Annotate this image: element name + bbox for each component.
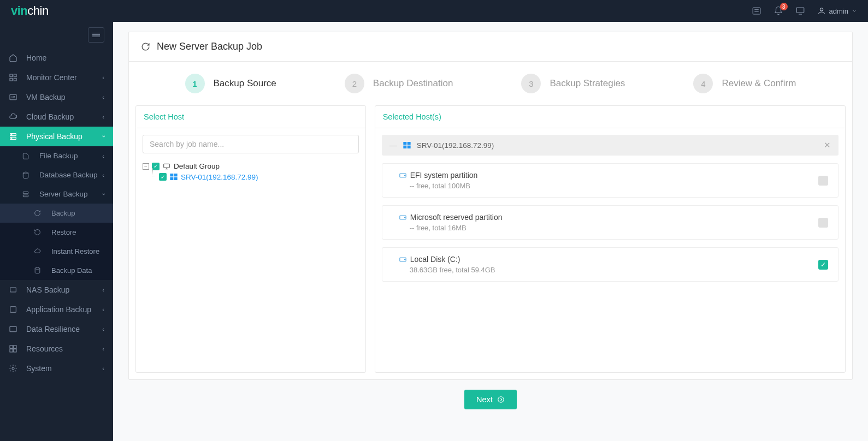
sidebar-item-restore[interactable]: Restore xyxy=(0,223,113,242)
sidebar-item-vm-backup[interactable]: VM VM Backup ‹ xyxy=(0,87,113,107)
wizard-step-3[interactable]: 3 Backup Strategies xyxy=(521,74,625,93)
list-icon[interactable] xyxy=(752,6,761,16)
shield-icon xyxy=(9,325,21,333)
sidebar-item-database-backup[interactable]: Database Backup ‹ xyxy=(0,165,113,184)
selected-hosts-panel: Selected Host(s) — SRV-01(192.168.72.99)… xyxy=(375,105,846,373)
cloud-icon xyxy=(9,112,21,121)
collapse-icon[interactable]: − xyxy=(143,163,149,170)
collapse-dash-icon[interactable]: — xyxy=(389,141,397,150)
svg-rect-22 xyxy=(10,326,16,331)
svg-rect-8 xyxy=(10,78,13,81)
svg-point-44 xyxy=(404,259,405,260)
checkbox-unchecked[interactable] xyxy=(818,176,828,186)
svg-rect-7 xyxy=(14,74,16,77)
sidebar-item-file-backup[interactable]: File Backup ‹ xyxy=(0,146,113,165)
home-icon xyxy=(9,53,21,62)
chevron-left-icon: ‹ xyxy=(102,326,104,332)
svg-rect-37 xyxy=(403,146,406,148)
tree-group-row[interactable]: − ✓ Default Group xyxy=(143,161,359,171)
search-input[interactable] xyxy=(143,135,359,153)
sidebar-item-physical-backup[interactable]: Physical Backup ‹ xyxy=(0,127,113,146)
top-bar: vinchin 3 admin xyxy=(0,0,868,22)
wizard-step-2[interactable]: 2 Backup Destination xyxy=(345,74,453,93)
sidebar-item-data-resilience[interactable]: Data Resilience ‹ xyxy=(0,319,113,339)
server-icon xyxy=(22,190,34,198)
svg-point-45 xyxy=(498,397,504,403)
svg-rect-0 xyxy=(753,8,760,14)
sidebar-server-backup-submenu: Backup Restore Instant Restore Backup Da… xyxy=(0,204,113,280)
footer-buttons: Next xyxy=(128,380,853,419)
disk-item[interactable]: EFI system partition -- free, total 100M… xyxy=(382,163,839,198)
svg-rect-34 xyxy=(174,177,178,180)
chevron-down-icon: ‹ xyxy=(100,193,107,195)
top-icons: 3 admin xyxy=(752,6,857,16)
disk-item[interactable]: Microsoft reserved partition -- free, to… xyxy=(382,205,839,240)
bell-icon[interactable]: 3 xyxy=(773,6,783,16)
resources-icon xyxy=(9,344,21,353)
selected-host-header[interactable]: — SRV-01(192.168.72.99) ✕ xyxy=(382,135,839,156)
disk-item[interactable]: Local Disk (C:) 38.63GB free, total 59.4… xyxy=(382,247,839,282)
tree-host-row[interactable]: ✓ SRV-01(192.168.72.99) xyxy=(143,171,359,182)
sidebar-item-resources[interactable]: Resources ‹ xyxy=(0,339,113,359)
chevron-down-icon xyxy=(852,8,857,14)
next-button[interactable]: Next xyxy=(464,390,517,409)
hamburger-icon[interactable] xyxy=(88,27,104,43)
sidebar-item-application-backup[interactable]: Application Backup ‹ xyxy=(0,300,113,319)
sidebar-item-backup-data[interactable]: Backup Data xyxy=(0,261,113,280)
svg-point-40 xyxy=(404,175,405,176)
app-icon xyxy=(9,305,21,314)
disk-icon xyxy=(399,213,407,222)
group-icon xyxy=(162,163,171,170)
chevron-left-icon: ‹ xyxy=(102,345,104,352)
sidebar-item-monitor-center[interactable]: Monitor Center ‹ xyxy=(0,68,113,87)
checkbox-unchecked[interactable] xyxy=(818,218,828,228)
wizard-steps: 1 Backup Source 2 Backup Destination 3 B… xyxy=(129,62,852,105)
chevron-left-icon: ‹ xyxy=(102,74,104,81)
sidebar-item-instant-restore[interactable]: Instant Restore xyxy=(0,242,113,261)
chevron-left-icon: ‹ xyxy=(102,94,104,100)
svg-rect-25 xyxy=(10,349,13,352)
svg-rect-38 xyxy=(407,146,410,148)
checkbox-checked[interactable]: ✓ xyxy=(818,260,828,270)
chevron-left-icon: ‹ xyxy=(102,365,104,372)
svg-rect-6 xyxy=(10,74,13,77)
svg-rect-17 xyxy=(23,192,28,194)
wizard-step-1[interactable]: 1 Backup Source xyxy=(185,74,276,93)
svg-rect-26 xyxy=(14,349,16,352)
cloud-restore-icon xyxy=(34,248,46,255)
sidebar-item-system[interactable]: System ‹ xyxy=(0,359,113,378)
sidebar-item-server-backup[interactable]: Server Backup ‹ xyxy=(0,184,113,204)
svg-rect-9 xyxy=(14,78,16,81)
checkbox-checked[interactable]: ✓ xyxy=(159,173,167,181)
chevron-left-icon: ‹ xyxy=(102,287,104,293)
svg-rect-23 xyxy=(10,345,13,348)
svg-rect-3 xyxy=(796,8,804,13)
windows-icon xyxy=(403,141,411,150)
chevron-down-icon: ‹ xyxy=(100,135,107,138)
sidebar-item-home[interactable]: Home xyxy=(0,48,113,68)
disk-icon xyxy=(399,255,407,264)
sidebar-item-nas-backup[interactable]: NAS Backup ‹ xyxy=(0,280,113,300)
monitor-icon[interactable] xyxy=(795,6,805,16)
arrow-right-circle-icon xyxy=(497,396,505,403)
chevron-left-icon: ‹ xyxy=(102,172,104,178)
close-icon[interactable]: ✕ xyxy=(824,140,831,150)
refresh-icon[interactable] xyxy=(141,42,150,51)
disk-icon xyxy=(399,171,407,180)
sidebar-item-backup[interactable]: Backup xyxy=(0,204,113,223)
windows-icon xyxy=(169,172,178,181)
restore-icon xyxy=(34,229,46,236)
wizard-step-4[interactable]: 4 Review & Confirm xyxy=(693,74,796,93)
svg-rect-28 xyxy=(164,164,170,168)
page-title: New Server Backup Job xyxy=(129,32,852,62)
svg-rect-20 xyxy=(10,288,16,292)
chevron-left-icon: ‹ xyxy=(102,114,104,120)
svg-point-15 xyxy=(11,138,12,139)
user-menu[interactable]: admin xyxy=(817,7,857,15)
select-host-panel: Select Host − ✓ Default Group ✓ xyxy=(135,105,366,373)
server-icon xyxy=(9,132,21,141)
svg-rect-31 xyxy=(170,174,173,176)
sidebar-item-cloud-backup[interactable]: Cloud Backup ‹ xyxy=(0,107,113,127)
select-host-title: Select Host xyxy=(136,106,365,128)
data-icon xyxy=(34,267,46,274)
